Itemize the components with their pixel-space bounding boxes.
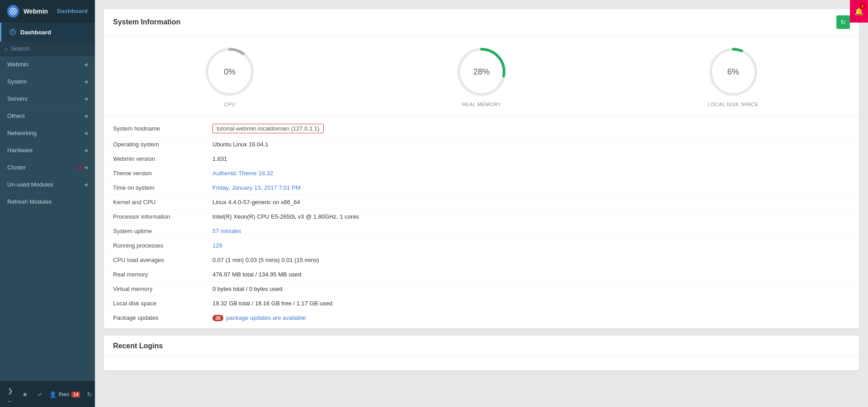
star-icon[interactable]: ★: [20, 389, 30, 400]
disk-percent: 6%: [727, 67, 739, 77]
sidebar-header: Webmin Dashboard: [0, 0, 95, 23]
chevron-icon: ◀: [84, 62, 88, 67]
chevron-icon: ◀: [84, 182, 88, 187]
real-memory-value: 476.97 MB total / 134.95 MB used: [212, 271, 302, 278]
sidebar-item-others[interactable]: Others ◀: [0, 108, 95, 125]
kernel-value: Linux 4.4.0-57-generic on x86_64: [212, 199, 300, 206]
chevron-icon: ◀: [84, 96, 88, 101]
chevron-icon: ◀: [84, 165, 88, 170]
svg-point-2: [12, 32, 14, 33]
table-row: Real memory 476.97 MB total / 134.95 MB …: [104, 267, 859, 282]
disk-space-value: 19.32 GB total / 18.16 GB free / 1.17 GB…: [212, 300, 332, 307]
memory-label: REAL MEMORY: [462, 102, 501, 107]
sidebar-item-cluster-label: Cluster: [7, 164, 26, 171]
sysinfo-title: System Information: [113, 18, 180, 26]
package-updates-value: 38 package updates are available: [212, 314, 306, 321]
table-row: Webmin version 1.831: [104, 152, 859, 166]
sidebar-item-networking[interactable]: Networking ◀: [0, 125, 95, 142]
cpu-gauge-svg: 0%: [203, 45, 257, 99]
sidebar-item-servers-label: Servers: [7, 95, 28, 102]
uptime-value[interactable]: 57 minutes: [212, 228, 241, 234]
recent-logins-title: Recent Logins: [104, 336, 859, 357]
row-key: Local disk space: [113, 300, 212, 307]
memory-percent: 28%: [473, 67, 490, 77]
sysinfo-card: System Information ↻ 0% CPU: [104, 9, 859, 328]
sidebar-item-hardware-label: Hardware: [7, 147, 33, 154]
table-row: CPU load averages 0.07 (1 min) 0.03 (5 m…: [104, 253, 859, 267]
refresh-icon[interactable]: ↻: [85, 389, 94, 400]
hostname-value: tutorial-webmin.localdomain (127.0.1.1): [212, 124, 324, 133]
table-row: Processor information Intel(R) Xeon(R) C…: [104, 210, 859, 224]
search-icon: ⌕: [5, 45, 8, 52]
sidebar-item-system-label: System: [7, 78, 27, 85]
sidebar-footer: ❯_ ★ ⤶ 👤 theo 14 ↻: [0, 381, 95, 407]
table-row: Local disk space 19.32 GB total / 18.16 …: [104, 296, 859, 311]
sidebar-item-servers[interactable]: Servers ◀: [0, 90, 95, 108]
row-key: Time on system: [113, 184, 212, 191]
memory-gauge-svg: 28%: [454, 45, 509, 99]
row-key: Operating system: [113, 141, 212, 148]
sidebar-item-webmin[interactable]: Webmin ◀: [0, 56, 95, 73]
row-key: Real memory: [113, 271, 212, 278]
sysinfo-card-header: System Information ↻: [104, 9, 859, 36]
user-icon: 👤: [49, 391, 57, 398]
recent-logins-card: Recent Logins: [104, 336, 859, 370]
processor-value: Intel(R) Xeon(R) CPU E5-2650L v3 @ 1.80G…: [212, 213, 359, 220]
processes-value[interactable]: 129: [212, 242, 222, 249]
virtual-memory-value: 0 bytes total / 0 bytes used: [212, 285, 283, 292]
sidebar-item-refresh-modules[interactable]: Refresh Modules: [0, 193, 95, 211]
disk-gauge: 6% LOCAL DISK SPACE: [706, 45, 760, 107]
row-key: Webmin version: [113, 155, 212, 162]
user-badge: 14: [71, 392, 80, 398]
row-key: Processor information: [113, 213, 212, 220]
sidebar-item-unused-modules-label: Un-used Modules: [7, 181, 53, 188]
webmin-logo-icon: [7, 5, 19, 18]
app-name: Webmin: [24, 8, 48, 15]
nav-items: Webmin ◀ System ◀ Servers ◀ Others ◀ Net…: [0, 56, 95, 381]
cpu-percent: 0%: [224, 67, 236, 77]
time-value[interactable]: Friday, January 13, 2017 7:01 PM: [212, 184, 301, 191]
memory-gauge: 28% REAL MEMORY: [454, 45, 509, 107]
row-key: Package updates: [113, 314, 212, 321]
load-value: 0.07 (1 min) 0.03 (5 mins) 0.01 (15 mins…: [212, 257, 319, 263]
dashboard-nav-label: Dashboard: [20, 29, 51, 36]
share-icon[interactable]: ⤶: [35, 389, 45, 400]
sidebar-item-dashboard[interactable]: Dashboard: [0, 23, 95, 42]
sidebar-item-cluster[interactable]: Cluster ◀: [0, 159, 95, 176]
search-box: ⌕: [0, 42, 95, 56]
sidebar-item-hardware[interactable]: Hardware ◀: [0, 142, 95, 159]
table-row: System hostname tutorial-webmin.localdom…: [104, 120, 859, 137]
sidebar-item-system[interactable]: System ◀: [0, 73, 95, 90]
search-input[interactable]: [11, 45, 90, 52]
chevron-icon: ◀: [84, 113, 88, 118]
sidebar-item-others-label: Others: [7, 112, 25, 119]
row-key: Theme version: [113, 170, 212, 177]
row-key: CPU load averages: [113, 257, 212, 263]
row-key: System uptime: [113, 228, 212, 234]
table-row: Package updates 38 package updates are a…: [104, 311, 859, 325]
info-table: System hostname tutorial-webmin.localdom…: [104, 117, 859, 328]
theme-version-value[interactable]: Authentic Theme 18.32: [212, 170, 273, 177]
cpu-label: CPU: [224, 102, 236, 107]
row-key: System hostname: [113, 125, 212, 132]
cluster-dot-icon: [79, 166, 81, 169]
sidebar: Webmin Dashboard Dashboard ⌕ Webmin ◀ S: [0, 0, 95, 407]
username-label: theo: [59, 391, 69, 398]
table-row: Kernel and CPU Linux 4.4.0-57-generic on…: [104, 195, 859, 210]
table-row: Running processes 129: [104, 239, 859, 253]
package-updates-link[interactable]: package updates are available: [226, 314, 306, 321]
disk-label: LOCAL DISK SPACE: [708, 102, 759, 107]
refresh-button[interactable]: ↻: [836, 15, 850, 29]
notification-bell[interactable]: 🔔 1: [850, 0, 868, 23]
package-count-badge: 38: [212, 315, 223, 321]
sidebar-item-unused-modules[interactable]: Un-used Modules ◀: [0, 176, 95, 193]
terminal-icon[interactable]: ❯_: [5, 385, 15, 403]
table-row: Virtual memory 0 bytes total / 0 bytes u…: [104, 282, 859, 296]
user-info: 👤 theo 14: [49, 391, 80, 398]
sidebar-item-webmin-label: Webmin: [7, 61, 28, 68]
dashboard-label: Dashboard: [57, 8, 88, 14]
cpu-gauge: 0% CPU: [203, 45, 257, 107]
webmin-version-value: 1.831: [212, 155, 227, 162]
chevron-icon: ◀: [84, 148, 88, 153]
os-value: Ubuntu Linux 16.04.1: [212, 141, 269, 148]
